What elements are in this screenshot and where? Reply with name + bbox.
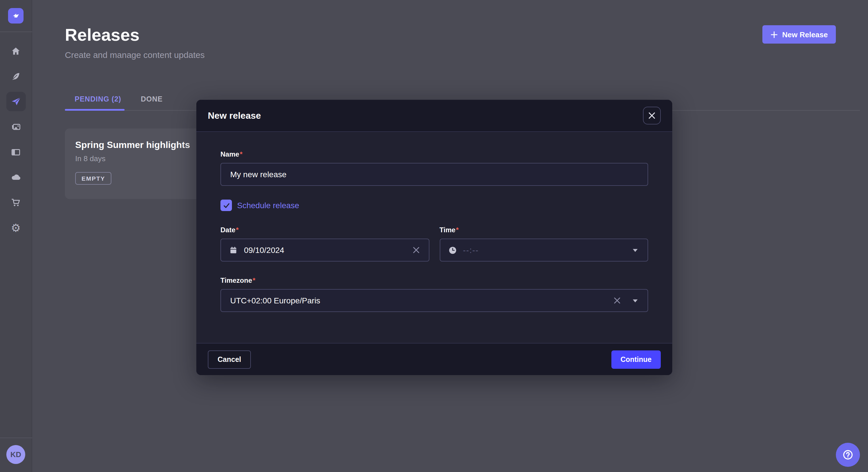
calendar-icon [228,245,238,255]
timezone-value: UTC+02:00 Europe/Paris [228,296,606,305]
timezone-select[interactable]: UTC+02:00 Europe/Paris [220,289,648,312]
sidebar-footer: KD [0,438,32,472]
new-release-button-label: New Release [782,30,828,39]
name-field-label: Name* [220,150,648,158]
cancel-button[interactable]: Cancel [208,350,251,369]
modal-body: Name* Schedule release Date* 09/10/2024 [196,132,672,343]
modal-header: New release [196,100,672,132]
cart-icon [10,197,21,208]
time-field-label: Time* [439,226,648,234]
sidebar-item-marketplace[interactable] [6,193,26,212]
caret-down-icon [631,246,639,254]
strapi-logo-icon[interactable] [8,8,24,24]
help-button[interactable] [836,443,860,467]
clear-x-icon [613,297,621,305]
clock-icon [447,245,457,255]
avatar[interactable]: KD [6,445,25,464]
time-placeholder: --:-- [463,245,625,255]
sidebar-item-panel[interactable] [6,142,26,162]
avatar-initials: KD [10,450,21,459]
sidebar-item-media-library[interactable] [6,117,26,136]
timezone-field-label: Timezone* [220,276,648,284]
page-title: Releases [65,25,140,45]
modal-footer: Cancel Continue [196,343,672,375]
schedule-checkbox[interactable] [220,200,232,211]
required-asterisk: * [253,276,255,284]
modal-title: New release [208,110,261,121]
timezone-dropdown-button[interactable] [630,296,640,305]
app-root: ⚙ KD Releases Create and manage content … [0,0,868,472]
schedule-checkbox-label: Schedule release [237,201,299,210]
time-dropdown-button[interactable] [630,245,640,255]
tab-pending[interactable]: PENDING (2) [65,91,131,111]
content-panel-icon [10,146,21,158]
new-release-modal: New release Name* Schedule release Date* [196,100,672,375]
sidebar-item-home[interactable] [6,41,26,61]
schedule-release-toggle[interactable]: Schedule release [220,200,648,211]
required-asterisk: * [236,226,239,234]
close-icon [648,112,656,119]
caret-down-icon [631,297,639,304]
active-tab-underline [65,109,125,111]
date-picker[interactable]: 09/10/2024 [220,239,429,262]
date-value: 09/10/2024 [244,245,405,255]
tab-bar: PENDING (2) DONE [65,91,173,111]
date-field-label: Date* [220,226,429,234]
modal-close-button[interactable] [643,107,661,125]
settings-gear-icon: ⚙ [11,222,21,233]
continue-button[interactable]: Continue [611,350,661,369]
new-release-button[interactable]: New Release [762,25,836,43]
sidebar-item-cloud[interactable] [6,167,26,187]
required-asterisk: * [240,150,242,158]
timezone-clear-button[interactable] [612,295,622,306]
required-asterisk: * [456,226,459,234]
cloud-icon [10,171,22,183]
sidebar-item-settings[interactable]: ⚙ [6,218,26,237]
sidebar-item-releases[interactable] [6,92,26,111]
sidebar-divider [0,32,32,32]
time-picker[interactable]: --:-- [439,239,648,262]
sidebar: ⚙ KD [0,0,32,472]
sidebar-item-content[interactable] [6,67,26,86]
release-card-status-badge: EMPTY [75,172,112,185]
plus-icon [770,31,778,38]
feather-icon [10,71,21,82]
checkmark-icon [222,202,230,209]
paper-plane-icon [10,96,22,107]
question-mark-icon [842,448,854,461]
tab-done[interactable]: DONE [131,91,172,111]
date-clear-button[interactable] [411,245,421,255]
name-input[interactable] [220,163,648,186]
page-subtitle: Create and manage content updates [65,50,205,60]
home-icon [10,45,21,57]
media-library-icon [10,121,21,132]
clear-x-icon [412,246,420,254]
